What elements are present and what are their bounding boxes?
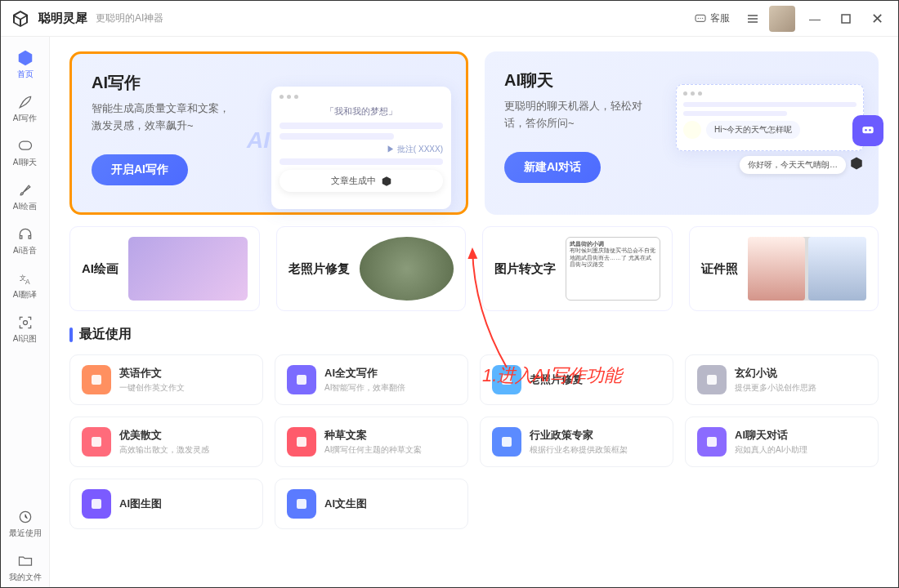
tool-icon — [697, 365, 727, 394]
ai-badge: AI — [247, 127, 270, 154]
svg-rect-10 — [862, 127, 873, 133]
nav-recent[interactable]: 最近使用 — [6, 504, 45, 543]
feature-ai-paint[interactable]: AI绘画 — [69, 226, 260, 311]
tool-card[interactable]: 英语作文一键创作英文作文 — [69, 354, 263, 405]
svg-rect-13 — [92, 375, 101, 385]
start-ai-write-button[interactable]: 开启AI写作 — [92, 154, 188, 185]
tool-icon — [82, 489, 111, 519]
generating-status: 文章生成中 — [280, 170, 443, 192]
tool-card[interactable]: AI文生图 — [275, 479, 468, 529]
nav-voice[interactable]: Ai语音 — [6, 221, 45, 261]
translate-icon: 文A — [16, 270, 34, 287]
folder-icon — [16, 552, 34, 570]
nav-paint[interactable]: AI绘画 — [6, 177, 45, 216]
hero-write-desc: 智能生成高质量文章和文案，激发灵感，效率飙升~ — [92, 100, 239, 135]
svg-rect-20 — [707, 437, 717, 447]
tool-card[interactable]: 优美散文高效输出散文，激发灵感 — [69, 416, 263, 467]
home-icon — [16, 49, 34, 67]
sidebar: 首页 AI写作 AI聊天 AI绘画 Ai语音 文A AI翻译 — [1, 37, 50, 587]
svg-rect-15 — [502, 375, 512, 385]
chat-icon — [16, 137, 34, 155]
clock-icon — [16, 508, 34, 526]
paint-thumb — [128, 237, 248, 301]
titlebar: 聪明灵犀 更聪明的AI神器 客服 — ✕ — [1, 1, 898, 37]
svg-point-2 — [700, 17, 700, 18]
svg-rect-16 — [707, 375, 717, 385]
svg-rect-19 — [502, 437, 512, 447]
feature-photo-restore[interactable]: 老照片修复 — [276, 226, 467, 311]
photo-thumb — [360, 237, 454, 301]
tool-icon — [287, 427, 316, 457]
tool-card[interactable]: 玄幻小说提供更多小说创作思路 — [685, 354, 879, 405]
maximize-button[interactable] — [834, 7, 857, 30]
svg-point-1 — [698, 17, 699, 18]
app-tagline: 更聪明的AI神器 — [96, 11, 163, 25]
write-preview-panel: AI 「我和我的梦想」 ▶ 批注( XXXX) 文章生成中 — [271, 87, 451, 209]
tool-card[interactable]: 老照片修复 — [480, 354, 673, 405]
float-chat-icon — [852, 115, 883, 146]
tool-card[interactable]: AI全文写作AI智能写作，效率翻倍 — [275, 354, 468, 405]
svg-point-11 — [865, 129, 867, 131]
brush-icon — [16, 181, 34, 199]
feature-id-photo[interactable]: 证件照 — [689, 226, 879, 311]
tool-icon — [287, 365, 316, 394]
minimize-button[interactable]: — — [803, 7, 826, 30]
tool-card[interactable]: AI图生图 — [69, 479, 263, 529]
feature-ocr[interactable]: 图片转文字 武昌街的小调 有时候到重庆随便买书总会不自觉地跑武昌街而去……了 尤… — [482, 226, 673, 311]
tool-card[interactable]: 行业政策专家根据行业名称提供政策框架 — [480, 416, 673, 467]
svg-rect-17 — [92, 437, 101, 447]
nav-files[interactable]: 我的文件 — [6, 548, 45, 587]
hero-chat-desc: 更聪明的聊天机器人，轻松对话，答你所问~ — [504, 98, 651, 132]
nav-ocr[interactable]: AI识图 — [6, 310, 45, 349]
nav-home[interactable]: 首页 — [6, 45, 45, 84]
svg-point-12 — [869, 129, 871, 131]
tool-icon — [492, 365, 521, 394]
user-avatar[interactable] — [769, 6, 795, 32]
svg-rect-5 — [19, 141, 31, 149]
hero-ai-write-card[interactable]: AI写作 智能生成高质量文章和文案，激发灵感，效率飙升~ 开启AI写作 AI 「… — [69, 51, 468, 215]
tool-icon — [82, 365, 111, 394]
main-content: AI写作 智能生成高质量文章和文案，激发灵感，效率飙升~ 开启AI写作 AI 「… — [50, 37, 898, 587]
app-logo-icon — [11, 9, 30, 29]
svg-rect-22 — [297, 499, 306, 509]
svg-rect-14 — [297, 375, 306, 385]
app-name: 聪明灵犀 — [38, 11, 87, 26]
nav-chat[interactable]: AI聊天 — [6, 133, 45, 172]
feather-icon — [16, 93, 34, 111]
svg-rect-18 — [297, 437, 306, 447]
nav-write[interactable]: AI写作 — [6, 89, 45, 128]
tool-icon — [492, 427, 521, 457]
tool-icon — [697, 427, 727, 457]
chat-preview-panel: Hi~今天的天气怎样呢 你好呀，今天天气晴朗… — [676, 84, 864, 174]
hero-ai-chat-card[interactable]: AI聊天 更聪明的聊天机器人，轻松对话，答你所问~ 新建AI对话 Hi~今天的天… — [485, 51, 879, 215]
tool-card[interactable]: 种草文案AI撰写任何主题的种草文案 — [275, 416, 468, 467]
scan-icon — [16, 314, 34, 332]
new-ai-chat-button[interactable]: 新建AI对话 — [504, 152, 601, 183]
menu-icon[interactable] — [745, 11, 761, 26]
id-thumb — [748, 237, 867, 301]
tool-card[interactable]: AI聊天对话宛如真人的AI小助理 — [685, 416, 879, 467]
svg-point-3 — [702, 17, 703, 18]
svg-rect-21 — [92, 499, 101, 509]
close-button[interactable]: ✕ — [865, 7, 888, 30]
chat-user-avatar-icon — [683, 121, 701, 139]
doc-thumb: 武昌街的小调 有时候到重庆随便买书总会不自觉地跑武昌街而去……了 尤其在武昌街与… — [566, 237, 660, 301]
headphone-icon — [16, 225, 34, 243]
recent-section-header: 最近使用 — [69, 326, 879, 343]
customer-service-button[interactable]: 客服 — [687, 8, 736, 29]
nav-translate[interactable]: 文A AI翻译 — [6, 265, 45, 305]
svg-point-8 — [23, 321, 27, 325]
tool-icon — [287, 489, 316, 519]
tool-icon — [82, 427, 111, 457]
svg-rect-4 — [842, 15, 850, 23]
svg-text:A: A — [25, 278, 30, 286]
